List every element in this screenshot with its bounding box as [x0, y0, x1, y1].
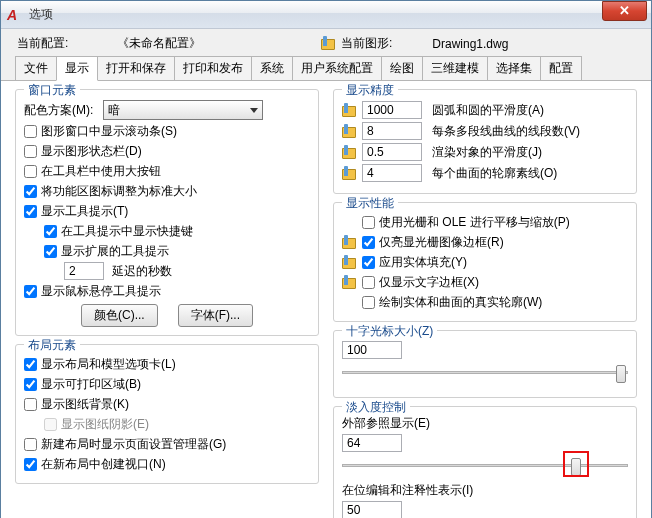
fonts-button[interactable]: 字体(F)... [178, 304, 253, 327]
drawing-icon [342, 166, 356, 180]
ext-tooltips-checkbox[interactable] [44, 245, 57, 258]
drawing-icon [342, 124, 356, 138]
paper-shadow-label: 显示图纸阴影(E) [61, 416, 149, 433]
options-dialog: A 选项 ✕ 当前配置: 《未命名配置》 当前图形: Drawing1.dwg … [0, 0, 652, 518]
raster-pan-label: 使用光栅和 OLE 进行平移与缩放(P) [379, 214, 570, 231]
large-buttons-label: 在工具栏中使用大按钮 [41, 163, 161, 180]
titlebar[interactable]: A 选项 ✕ [1, 1, 651, 29]
ext-tooltips-label: 显示扩展的工具提示 [61, 243, 169, 260]
print-area-checkbox[interactable] [24, 378, 37, 391]
page-setup-label: 新建布局时显示页面设置管理器(G) [41, 436, 226, 453]
highlight-raster-checkbox[interactable] [362, 236, 375, 249]
statusbar-checkbox[interactable] [24, 145, 37, 158]
slider-thumb[interactable] [616, 365, 626, 383]
group-title: 淡入度控制 [342, 399, 410, 416]
drawing-icon [342, 275, 356, 289]
viewport-checkbox[interactable] [24, 458, 37, 471]
current-profile-label: 当前配置: [17, 35, 117, 52]
tab-profiles[interactable]: 配置 [540, 56, 582, 80]
polyline-segments-label: 每条多段线曲线的线段数(V) [432, 123, 580, 140]
config-row: 当前配置: 《未命名配置》 当前图形: Drawing1.dwg [1, 29, 651, 56]
tab-selection[interactable]: 选择集 [487, 56, 541, 80]
arc-smoothness-input[interactable] [362, 101, 422, 119]
drawing-icon [342, 235, 356, 249]
drawing-icon [321, 36, 337, 52]
display-performance-group: 显示性能 使用光栅和 OLE 进行平移与缩放(P) 仅亮显光栅图像边框(R) 应… [333, 202, 637, 322]
window-title: 选项 [29, 6, 602, 23]
color-scheme-value: 暗 [108, 102, 120, 119]
hover-tips-checkbox[interactable] [24, 285, 37, 298]
paper-shadow-checkbox [44, 418, 57, 431]
surface-contour-input[interactable] [362, 164, 422, 182]
tab-system[interactable]: 系统 [251, 56, 293, 80]
display-precision-group: 显示精度 圆弧和圆的平滑度(A) 每条多段线曲线的线段数(V) 渲染对象的平滑度… [333, 89, 637, 194]
tab-user-prefs[interactable]: 用户系统配置 [292, 56, 382, 80]
tab-drafting[interactable]: 绘图 [381, 56, 423, 80]
tab-open-save[interactable]: 打开和保存 [97, 56, 175, 80]
large-buttons-checkbox[interactable] [24, 165, 37, 178]
group-title: 布局元素 [24, 337, 80, 354]
delay-label: 延迟的秒数 [112, 263, 172, 280]
drawing-name: Drawing1.dwg [432, 37, 508, 51]
close-icon: ✕ [619, 3, 630, 18]
page-setup-checkbox[interactable] [24, 438, 37, 451]
crosshair-size-input[interactable] [342, 341, 402, 359]
xref-fade-slider[interactable] [342, 454, 628, 476]
tab-3d[interactable]: 三维建模 [422, 56, 488, 80]
ribbon-icons-label: 将功能区图标调整为标准大小 [41, 183, 197, 200]
drawing-icon [342, 255, 356, 269]
paper-bg-label: 显示图纸背景(K) [41, 396, 129, 413]
delay-input[interactable] [64, 262, 104, 280]
tooltips-checkbox[interactable] [24, 205, 37, 218]
hover-tips-label: 显示鼠标悬停工具提示 [41, 283, 161, 300]
shortcut-keys-checkbox[interactable] [44, 225, 57, 238]
shortcut-keys-label: 在工具提示中显示快捷键 [61, 223, 193, 240]
solid-fill-checkbox[interactable] [362, 256, 375, 269]
content: 窗口元素 配色方案(M): 暗 图形窗口中显示滚动条(S) 显示图形状态栏(D)… [1, 81, 651, 518]
close-button[interactable]: ✕ [602, 1, 647, 21]
viewport-label: 在新布局中创建视口(N) [41, 456, 166, 473]
xref-fade-label: 外部参照显示(E) [342, 415, 628, 432]
fade-control-group: 淡入度控制 外部参照显示(E) 在位编辑和注释性表示(I) [333, 406, 637, 518]
print-area-label: 显示可打印区域(B) [41, 376, 141, 393]
raster-pan-checkbox[interactable] [362, 216, 375, 229]
text-boundary-checkbox[interactable] [362, 276, 375, 289]
render-smoothness-input[interactable] [362, 143, 422, 161]
tooltips-label: 显示工具提示(T) [41, 203, 128, 220]
layout-elements-group: 布局元素 显示布局和模型选项卡(L) 显示可打印区域(B) 显示图纸背景(K) … [15, 344, 319, 484]
layout-tabs-label: 显示布局和模型选项卡(L) [41, 356, 176, 373]
statusbar-label: 显示图形状态栏(D) [41, 143, 142, 160]
slider-thumb[interactable] [571, 458, 581, 476]
scrollbars-label: 图形窗口中显示滚动条(S) [41, 123, 177, 140]
chevron-down-icon [250, 108, 258, 113]
tab-file[interactable]: 文件 [15, 56, 57, 80]
colors-button[interactable]: 颜色(C)... [81, 304, 158, 327]
tabs: 文件 显示 打开和保存 打印和发布 系统 用户系统配置 绘图 三维建模 选择集 … [1, 56, 651, 81]
color-scheme-label: 配色方案(M): [24, 102, 93, 119]
solid-fill-label: 应用实体填充(Y) [379, 254, 467, 271]
drawing-icon [342, 103, 356, 117]
layout-tabs-checkbox[interactable] [24, 358, 37, 371]
inplace-fade-input[interactable] [342, 501, 402, 518]
group-title: 十字光标大小(Z) [342, 323, 437, 340]
drawing-icon [342, 145, 356, 159]
text-boundary-label: 仅显示文字边框(X) [379, 274, 479, 291]
surface-contour-label: 每个曲面的轮廓素线(O) [432, 165, 557, 182]
crosshair-size-slider[interactable] [342, 361, 628, 383]
current-drawing-label: 当前图形: [341, 35, 392, 52]
render-smoothness-label: 渲染对象的平滑度(J) [432, 144, 542, 161]
ribbon-icons-checkbox[interactable] [24, 185, 37, 198]
tab-display[interactable]: 显示 [56, 56, 98, 81]
scrollbars-checkbox[interactable] [24, 125, 37, 138]
paper-bg-checkbox[interactable] [24, 398, 37, 411]
arc-smoothness-label: 圆弧和圆的平滑度(A) [432, 102, 544, 119]
highlight-raster-label: 仅亮显光栅图像边框(R) [379, 234, 504, 251]
polyline-segments-input[interactable] [362, 122, 422, 140]
color-scheme-select[interactable]: 暗 [103, 100, 263, 120]
group-title: 显示精度 [342, 82, 398, 99]
tab-print[interactable]: 打印和发布 [174, 56, 252, 80]
app-icon: A [7, 7, 23, 23]
true-silhouette-checkbox[interactable] [362, 296, 375, 309]
xref-fade-input[interactable] [342, 434, 402, 452]
group-title: 窗口元素 [24, 82, 80, 99]
